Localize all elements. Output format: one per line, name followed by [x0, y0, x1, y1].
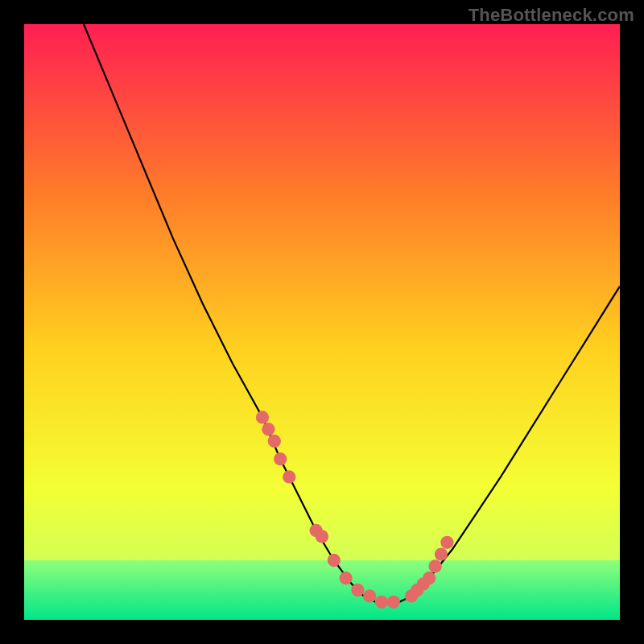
highlight-dot	[387, 596, 400, 609]
highlight-dot	[256, 411, 269, 423]
chart-frame: TheBottleneck.com	[0, 0, 644, 644]
highlight-dot	[339, 572, 352, 584]
highlight-dot	[428, 559, 441, 572]
highlight-dot	[316, 530, 328, 543]
dot-group	[256, 411, 454, 609]
highlight-dot	[435, 547, 448, 560]
bottleneck-curve	[84, 24, 620, 602]
highlight-dot	[283, 470, 295, 483]
highlight-dot	[351, 584, 364, 597]
chart-svg	[24, 24, 620, 620]
watermark-label: TheBottleneck.com	[469, 5, 634, 26]
plot-area	[24, 24, 620, 620]
highlight-dot	[274, 452, 287, 465]
highlight-dot	[363, 589, 376, 602]
highlight-dot	[328, 554, 341, 567]
highlight-dot	[440, 536, 453, 549]
highlight-dot	[423, 572, 436, 584]
highlight-dot	[262, 423, 275, 436]
highlight-dot	[268, 435, 281, 448]
highlight-dot	[375, 596, 388, 609]
